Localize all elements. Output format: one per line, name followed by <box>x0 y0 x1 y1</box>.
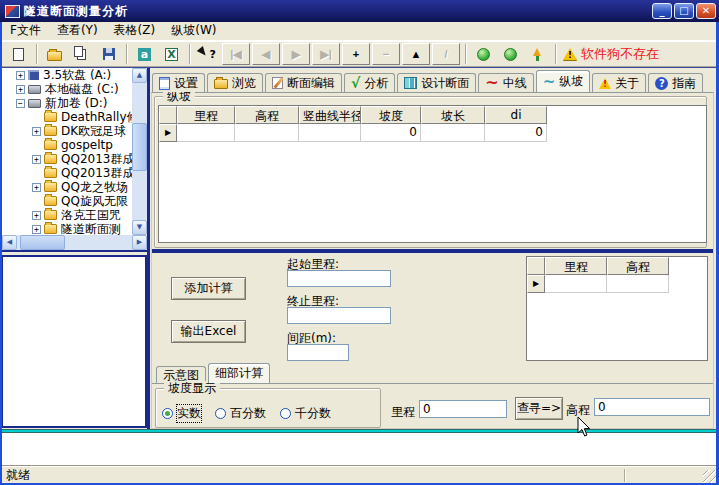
start-mileage-input[interactable] <box>287 270 391 287</box>
tab-guide[interactable]: ?指南 <box>648 73 703 92</box>
tree-item-label: DK欧冠足球 <box>61 123 126 140</box>
minimize-button[interactable]: _ <box>652 3 672 19</box>
expand-icon[interactable]: + <box>32 211 41 220</box>
tab-label: 纵坡 <box>559 73 583 90</box>
close-button[interactable]: ✕ <box>696 3 716 19</box>
first-record-button[interactable]: |◀ <box>222 43 250 65</box>
grid-cell[interactable] <box>607 275 669 293</box>
excel-button[interactable]: X <box>159 43 184 65</box>
open-folder-button[interactable] <box>42 43 67 65</box>
tree-item-5[interactable]: +DK欧冠足球 <box>2 124 132 138</box>
expand-icon[interactable]: + <box>32 225 41 234</box>
grid-cell[interactable] <box>235 124 299 142</box>
detail-calc-page: 坡度显示 实数百分数千分数 里程 查寻=> 高程 <box>152 383 713 428</box>
expand-icon[interactable]: + <box>32 127 41 136</box>
slope-tab-page: 纵坡 里程高程竖曲线半径坡度坡长di▶00 添加计算 输出Excel 起始里程:… <box>151 92 714 429</box>
grid-cell[interactable]: 0 <box>485 124 547 142</box>
post-record-button[interactable]: ▲ <box>402 43 430 65</box>
radio-option-percent[interactable]: 百分数 <box>215 405 266 422</box>
tab-design-section[interactable]: 设计断面 <box>397 73 476 92</box>
scrollbar-thumb[interactable] <box>132 123 147 171</box>
radio-option-permille[interactable]: 千分数 <box>280 405 331 422</box>
tab-centerline[interactable]: ~中线 <box>478 73 533 92</box>
scroll-up-icon[interactable]: ▲ <box>132 68 147 83</box>
bottom-tab-detail-calc[interactable]: 细部计算 <box>208 363 270 383</box>
grid-cell[interactable] <box>177 124 235 142</box>
expand-icon[interactable]: + <box>32 155 41 164</box>
grid-cell[interactable] <box>545 275 607 293</box>
cyan-splitter[interactable] <box>0 429 719 433</box>
interval-input[interactable] <box>287 344 349 361</box>
scrollbar-thumb[interactable] <box>20 235 65 250</box>
grid-header-row: 里程高程竖曲线半径坡度坡长di <box>159 106 706 124</box>
mileage-input[interactable] <box>419 400 507 418</box>
grid-cell[interactable] <box>299 124 361 142</box>
status-bar: 就绪 <box>2 466 716 483</box>
export-excel-button[interactable]: 输出Excel <box>171 320 246 343</box>
scroll-left-icon[interactable]: ◀ <box>2 235 17 250</box>
scroll-down-icon[interactable]: ▼ <box>132 220 147 235</box>
add-calculation-button[interactable]: 添加计算 <box>171 277 246 300</box>
end-mileage-input[interactable] <box>287 307 391 324</box>
toolbar-separator <box>126 44 127 64</box>
prev-record-icon: ◀ <box>262 48 270 61</box>
new-document-button[interactable] <box>6 43 31 65</box>
tab-slope[interactable]: ~纵坡 <box>536 70 591 92</box>
scroll-right-icon[interactable]: ▶ <box>132 235 147 250</box>
grid-cell[interactable] <box>421 124 485 142</box>
elevation-input[interactable] <box>594 398 710 416</box>
row-selector-icon[interactable]: ▶ <box>159 124 177 142</box>
prev-record-button[interactable]: ◀ <box>252 43 280 65</box>
delete-record-icon: − <box>383 48 389 60</box>
radio-option-real-number[interactable]: 实数 <box>162 405 201 422</box>
resize-grip[interactable] <box>703 470 716 483</box>
font-a-button[interactable]: a <box>132 43 157 65</box>
tree-horizontal-scrollbar[interactable]: ◀ ▶ <box>2 235 147 250</box>
add-record-button[interactable]: + <box>342 43 370 65</box>
warning-icon <box>563 48 577 60</box>
tab-section-edit[interactable]: 断面编辑 <box>265 73 342 92</box>
tree-item-12[interactable]: +隧道断面测 <box>2 222 132 235</box>
maximize-button[interactable]: □ <box>674 3 694 19</box>
row-selector-icon[interactable]: ▶ <box>527 275 545 293</box>
floppy-icon <box>28 70 39 80</box>
last-record-button[interactable]: ▶| <box>312 43 340 65</box>
search-button[interactable]: 查寻=> <box>515 397 563 420</box>
app-window: 隧道断面测量分析 _ □ ✕ F文件查看(Y)表格(Z)纵坡(W) aX?|◀◀… <box>0 0 719 485</box>
tab-about[interactable]: 关于 <box>592 73 646 92</box>
column-header: 坡长 <box>421 106 485 124</box>
next-record-button[interactable]: ▶ <box>282 43 310 65</box>
row-selector-header <box>159 106 177 124</box>
copy-button[interactable] <box>69 43 94 65</box>
up-tree-button[interactable] <box>525 43 550 65</box>
delete-record-button[interactable]: − <box>372 43 400 65</box>
grid-cell[interactable]: 0 <box>361 124 421 142</box>
tree-vertical-scrollbar[interactable]: ▲ ▼ <box>132 68 147 235</box>
column-header: 坡度 <box>361 106 421 124</box>
help-cursor-button[interactable]: ? <box>195 43 220 65</box>
expand-icon[interactable]: + <box>16 85 25 94</box>
expand-icon[interactable]: + <box>16 71 25 80</box>
green-ball2-button[interactable] <box>498 43 523 65</box>
menu-file[interactable]: F文件 <box>2 21 49 41</box>
cancel-edit-button[interactable]: / <box>432 43 460 65</box>
vertical-splitter[interactable] <box>147 68 150 429</box>
radio-icon[interactable] <box>280 408 291 419</box>
save-button[interactable] <box>96 43 121 65</box>
radio-selected-icon[interactable] <box>162 408 173 419</box>
tab-browse[interactable]: 浏览 <box>207 73 263 92</box>
folder-icon <box>44 224 57 234</box>
tab-analysis[interactable]: √分析 <box>344 73 395 92</box>
menu-table[interactable]: 表格(Z) <box>106 21 164 41</box>
folder-icon <box>44 182 57 192</box>
client-divider <box>0 67 719 68</box>
menu-view[interactable]: 查看(Y) <box>49 21 106 41</box>
collapse-icon[interactable]: − <box>16 99 25 108</box>
expand-icon[interactable]: + <box>32 183 41 192</box>
file-list-panel[interactable] <box>2 255 147 428</box>
tab-settings[interactable]: 设置 <box>152 73 205 92</box>
radio-icon[interactable] <box>215 408 226 419</box>
menu-slope[interactable]: 纵坡(W) <box>163 21 224 41</box>
menu-bar: F文件查看(Y)表格(Z)纵坡(W) <box>0 22 719 41</box>
green-ball-button[interactable] <box>471 43 496 65</box>
